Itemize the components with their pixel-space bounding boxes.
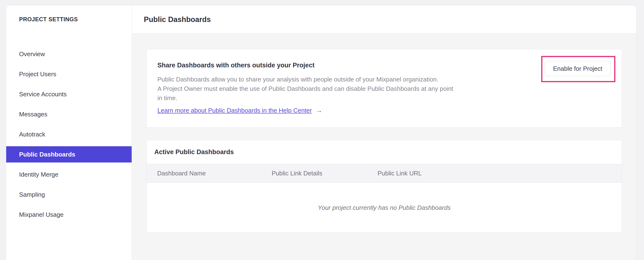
project-settings-app: PROJECT SETTINGS Overview Project Users … [6, 5, 636, 260]
sidebar-item-label: Project Users [19, 70, 56, 78]
active-card-heading: Active Public Dashboards [154, 148, 234, 156]
sidebar-item-label: Public Dashboards [19, 151, 75, 158]
share-card-description: Public Dashboards allow you to share you… [158, 75, 453, 103]
sidebar-item-label: Identity Merge [19, 171, 58, 178]
description-line: in time. [158, 93, 453, 103]
sidebar-item-label: Mixpanel Usage [19, 211, 64, 218]
sidebar-item-sampling[interactable]: Sampling [6, 186, 132, 203]
sidebar-item-identity-merge[interactable]: Identity Merge [6, 166, 132, 183]
sidebar-title: PROJECT SETTINGS [19, 16, 78, 23]
sidebar-item-label: Autotrack [19, 131, 45, 138]
sidebar-item-autotrack[interactable]: Autotrack [6, 126, 132, 143]
help-center-link[interactable]: Learn more about Public Dashboards in th… [158, 107, 312, 114]
page-header: Public Dashboards [132, 6, 636, 34]
content-area: Share Dashboards with others outside you… [132, 34, 636, 260]
sidebar-item-label: Service Accounts [19, 91, 66, 98]
active-card-heading-row: Active Public Dashboards [147, 140, 622, 164]
sidebar-item-overview[interactable]: Overview [6, 46, 132, 62]
sidebar-item-label: Sampling [19, 191, 45, 198]
sidebar-item-public-dashboards[interactable]: Public Dashboards [6, 146, 132, 163]
sidebar-item-label: Messages [19, 111, 48, 118]
page-title: Public Dashboards [144, 15, 211, 24]
sidebar-item-service-accounts[interactable]: Service Accounts [6, 86, 132, 102]
settings-sidebar: PROJECT SETTINGS Overview Project Users … [6, 6, 132, 260]
main-area: Public Dashboards Share Dashboards with … [132, 6, 636, 260]
sidebar-item-label: Overview [19, 50, 45, 58]
enable-for-project-button[interactable]: Enable for Project [545, 61, 610, 76]
sidebar-item-messages[interactable]: Messages [6, 106, 132, 122]
description-line: A Project Owner must enable the use of P… [158, 84, 453, 93]
share-dashboards-card: Share Dashboards with others outside you… [146, 49, 622, 127]
share-card-heading: Share Dashboards with others outside you… [158, 62, 314, 69]
help-center-link-row: Learn more about Public Dashboards in th… [158, 107, 322, 114]
arrow-right-icon: → [316, 107, 322, 114]
dashboards-table-header: Dashboard Name Public Link Details Publi… [147, 164, 622, 183]
column-header-public-link-url: Public Link URL [378, 170, 622, 177]
column-header-dashboard-name: Dashboard Name [157, 170, 272, 177]
sidebar-nav: Overview Project Users Service Accounts … [6, 46, 132, 226]
active-dashboards-card: Active Public Dashboards Dashboard Name … [146, 140, 622, 233]
column-header-public-link-details: Public Link Details [272, 170, 378, 177]
sidebar-item-mixpanel-usage[interactable]: Mixpanel Usage [6, 206, 132, 223]
description-line: Public Dashboards allow you to share you… [158, 75, 453, 84]
empty-state-message: Your project currently has no Public Das… [147, 183, 622, 232]
sidebar-item-project-users[interactable]: Project Users [6, 66, 132, 82]
